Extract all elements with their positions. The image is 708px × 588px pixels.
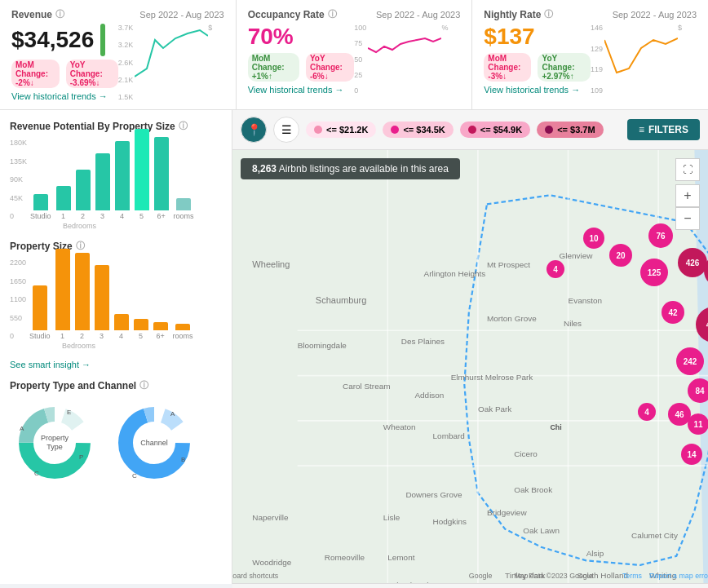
nightly-info-icon: ⓘ [544,8,553,20]
nightly-mom: MoM Change: -3%↓ [484,53,531,82]
main-content: Revenue Potential By Property Size ⓘ 180… [0,110,708,584]
revenue-date: Sep 2022 - Aug 2023 [139,10,223,20]
svg-text:Bridgeview: Bridgeview [487,508,527,517]
nightly-title: Nightly Rate [484,9,541,20]
svg-text:Niles: Niles [564,319,582,328]
revenue-yoy: YoY Change: -3.69%↓ [66,60,118,88]
occupancy-yoy: YoY Change: -6%↓ [306,53,354,82]
cluster-42[interactable]: 42 [662,301,684,324]
cluster-11[interactable]: 11 [688,413,708,435]
nightly-trends-link[interactable]: View historical trends → [484,85,591,95]
svg-text:Glenview: Glenview [559,251,593,260]
svg-text:Naperville: Naperville [252,513,289,522]
cluster-14[interactable]: 14 [681,444,702,465]
svg-text:Morton Grove: Morton Grove [487,314,537,323]
svg-text:A: A [170,410,175,418]
listing-count: 8,263 [252,163,277,175]
cluster-84[interactable]: 84 [688,378,708,403]
nightly-sparkline [604,24,678,81]
property-type-channel-info-icon: ⓘ [139,379,148,391]
revenue-size-title: Revenue Potential By Property Size ⓘ [10,120,222,132]
legend-pill-1[interactable]: <= $21.2K [306,122,376,138]
filters-button[interactable]: ≡ FILTERS [627,119,700,140]
cluster-426[interactable]: 426 [678,248,707,277]
svg-text:Oak Brook: Oak Brook [514,485,552,494]
svg-text:Hodgkins: Hodgkins [433,517,467,526]
legend-pill-3[interactable]: <= $54.9K [460,122,530,138]
occupancy-title: Occupancy Rate [248,9,325,20]
svg-text:E: E [67,409,71,416]
svg-text:Arlington Heights: Arlington Heights [424,269,486,278]
occupancy-value: 70% [248,24,294,50]
filters-icon: ≡ [639,124,644,135]
export-bar: ∨ EXPORT [232,583,708,588]
svg-text:C: C [34,470,39,477]
svg-text:A: A [20,425,24,432]
legend-pill-4[interactable]: <= $3.7M [537,122,603,138]
svg-text:Downers Grove: Downers Grove [405,490,462,499]
cluster-10[interactable]: 10 [583,228,604,249]
svg-text:B: B [181,456,185,463]
svg-text:Cicero: Cicero [514,449,538,458]
svg-text:Terms: Terms [622,572,643,580]
nightly-card: Nightly Rate ⓘ Sep 2022 - Aug 2023 $137 … [472,0,708,109]
svg-text:Romeoville: Romeoville [325,553,365,562]
property-size-title: Property Size ⓘ [10,240,222,252]
revenue-sparkline [135,24,208,81]
smart-insight-link[interactable]: See smart insight → [10,360,222,369]
revenue-info-icon: ⓘ [55,8,64,20]
property-type-donut: Property Type E P C A [10,398,100,488]
donuts-row: Property Type E P C A Ch [10,398,222,488]
legend-dot-1 [314,126,322,134]
revenue-trends-link[interactable]: View historical trends → [11,91,118,101]
nightly-value: $137 [484,24,534,50]
listing-text: Airbnb listings are available in this ar… [279,163,449,175]
map-background: Wheeling Schaumburg Arlington Heights Mt… [232,150,708,583]
nightly-sparkline-area: 146 129 119 109 $ [591,24,697,95]
metrics-row: Revenue ⓘ Sep 2022 - Aug 2023 $34,526 Mo… [0,0,708,110]
svg-text:Channel: Channel [140,439,168,447]
list-icon: ☰ [281,123,292,136]
occupancy-trends-link[interactable]: View historical trends → [248,85,355,95]
property-size-chart: 2200 1650 1100 550 0 Studio 1 [10,259,222,350]
occupancy-info-icon: ⓘ [328,8,337,20]
cluster-20[interactable]: 20 [609,244,632,267]
occupancy-card: Occupancy Rate ⓘ Sep 2022 - Aug 2023 70%… [237,0,473,109]
revenue-size-info-icon: ⓘ [179,120,188,132]
right-panel: 📍 ☰ <= $21.2K <= $34.5K <= $54.9K <= $3.… [232,110,708,584]
cluster-4b[interactable]: 4 [638,403,656,421]
zoom-in-button[interactable]: + [675,184,700,207]
svg-text:Lisle: Lisle [383,513,400,522]
svg-text:Schaumburg: Schaumburg [316,295,367,305]
map-controls-bar: 📍 ☰ <= $21.2K <= $34.5K <= $54.9K <= $3.… [232,110,708,150]
svg-text:Lombard: Lombard [433,431,465,440]
occupancy-sparkline-area: 100 75 50 25 0 % [354,24,460,95]
svg-text:Des Plaines: Des Plaines [401,337,445,346]
svg-text:Type: Type [46,443,63,451]
svg-text:Oak Park: Oak Park [478,405,511,413]
legend-pill-2[interactable]: <= $34.5K [383,122,453,138]
cluster-4a[interactable]: 4 [546,260,564,278]
cluster-125[interactable]: 125 [640,259,668,286]
left-panel: Revenue Potential By Property Size ⓘ 180… [0,110,232,584]
nightly-yoy: YoY Change: +2.97%↑ [538,53,591,82]
svg-text:Woodridge: Woodridge [252,558,291,567]
svg-text:Property: Property [41,434,69,442]
svg-text:Bloomingdale: Bloomingdale [298,341,347,350]
occupancy-sparkline [368,24,441,81]
list-view-btn[interactable]: ☰ [273,117,299,143]
zoom-out-button[interactable]: − [675,207,700,230]
svg-text:Google: Google [469,572,493,580]
revenue-value: $34,526 [11,27,94,53]
svg-text:Lemont: Lemont [387,553,414,562]
map-pin-view-btn[interactable]: 📍 [241,117,267,143]
cluster-242[interactable]: 242 [676,347,704,375]
channel-donut: Channel A B C [109,398,199,488]
occupancy-mom: MoM Change: +1%↑ [248,53,299,82]
cluster-76[interactable]: 76 [648,223,673,248]
svg-text:Oak Lawn: Oak Lawn [523,526,560,535]
map-area[interactable]: Wheeling Schaumburg Arlington Heights Mt… [232,150,708,583]
fullscreen-button[interactable]: ⛶ [675,158,700,181]
svg-text:Map data ©2023 Google: Map data ©2023 Google [514,572,593,580]
revenue-size-chart: 180K 135K 90K 45K 0 Studio 1 [10,139,222,230]
